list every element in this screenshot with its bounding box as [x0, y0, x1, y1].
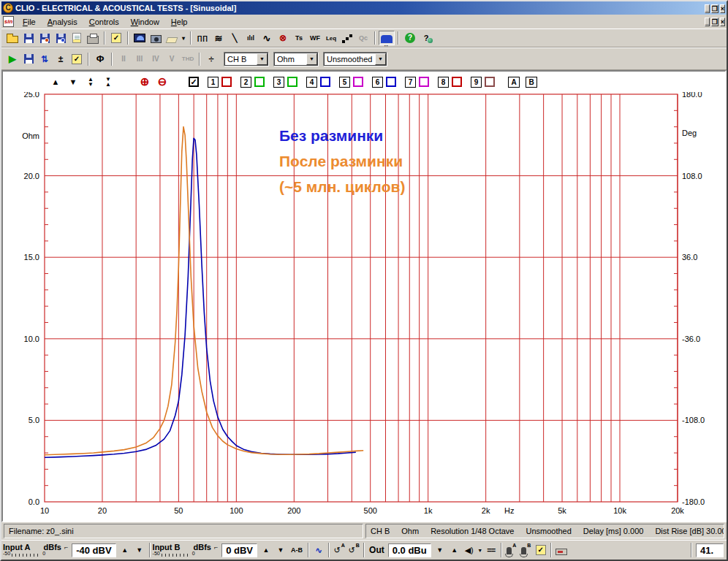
leq-analysis-button[interactable]: Leq: [323, 31, 339, 45]
zoom-in-button[interactable]: ⊕: [137, 75, 152, 88]
output-down-button[interactable]: ▼: [433, 543, 447, 557]
delta-marker-button[interactable]: ±: [53, 52, 69, 66]
output-up-button[interactable]: ▲: [447, 543, 462, 557]
harmonic-5-button[interactable]: V: [164, 52, 180, 66]
go-button[interactable]: ▶: [4, 52, 20, 66]
units-dropdown-arrow-icon[interactable]: ▼: [306, 53, 317, 65]
stop-sweep-button[interactable]: ⊗: [275, 31, 291, 45]
menu-controls[interactable]: Controls: [83, 16, 125, 28]
thiele-small-button[interactable]: Ts: [291, 31, 307, 45]
units-dropdown[interactable]: Ohm ▼: [273, 52, 319, 66]
clio-app-icon[interactable]: C: [3, 3, 13, 13]
help-button[interactable]: ?: [402, 31, 418, 45]
decay-analysis-button[interactable]: ╲: [227, 31, 243, 45]
curve-1-color-checkbox[interactable]: [221, 77, 232, 87]
memory-b-button[interactable]: B: [526, 77, 537, 88]
curve-9-button[interactable]: 9: [471, 77, 482, 88]
input-a-down-button[interactable]: ▼: [132, 543, 147, 557]
window-minimize-button[interactable]: _: [705, 4, 710, 13]
save-button[interactable]: [20, 31, 37, 45]
menu-file[interactable]: File: [17, 16, 42, 28]
autostore-button[interactable]: [20, 52, 37, 66]
loop-b-icon[interactable]: ↺B: [346, 543, 361, 557]
curve-2-button[interactable]: 2: [240, 77, 251, 88]
phase-button[interactable]: Φ: [92, 52, 108, 66]
speaker-icon[interactable]: ◀): [462, 543, 477, 557]
harmonic-4-button[interactable]: IV: [148, 52, 164, 66]
menu-help[interactable]: Help: [165, 16, 194, 28]
hardware-settings-icon[interactable]: ✓: [534, 543, 548, 557]
curve-9-color-checkbox[interactable]: [485, 77, 495, 87]
curve-7-button[interactable]: 7: [405, 77, 416, 88]
shift-down-button[interactable]: ▼: [66, 75, 80, 88]
divide-button[interactable]: ÷: [203, 52, 219, 66]
menu-analysis[interactable]: Analysis: [42, 16, 83, 28]
curve-1-button[interactable]: 1: [208, 77, 219, 88]
memory-a-button[interactable]: A: [508, 77, 520, 88]
harmonic-3-button[interactable]: III: [132, 52, 148, 66]
input-ab-mode-button[interactable]: A-B: [291, 546, 303, 554]
save-as-button[interactable]: [37, 31, 53, 45]
menu-window[interactable]: Window: [125, 16, 165, 28]
thd-button[interactable]: THD: [180, 52, 196, 66]
curve-4-button[interactable]: 4: [306, 77, 317, 88]
print-button[interactable]: [85, 31, 101, 45]
smoothing-dropdown-arrow-icon[interactable]: ▼: [375, 53, 386, 65]
compress-scale-button[interactable]: ▼▲: [101, 75, 115, 88]
linearity-distortion-button[interactable]: [339, 31, 355, 45]
curve-6-color-checkbox[interactable]: [386, 77, 396, 87]
input-b-down-button[interactable]: ▼: [273, 543, 288, 557]
context-help-button[interactable]: ?: [418, 31, 434, 45]
waterfall-directivity-button[interactable]: WF: [307, 31, 323, 45]
graph-settings-button[interactable]: ✓: [69, 52, 85, 66]
erase-dropdown-button[interactable]: ▾: [180, 31, 187, 45]
erase-overlays-button[interactable]: [164, 31, 180, 45]
curve-8-button[interactable]: 8: [438, 77, 449, 88]
waterfall-analysis-button[interactable]: ≋: [211, 31, 227, 45]
child-minimize-button[interactable]: _: [705, 18, 710, 26]
input-b-up-button[interactable]: ▲: [259, 543, 273, 557]
movie-button[interactable]: [132, 31, 148, 45]
shift-up-button[interactable]: ▲: [48, 75, 63, 88]
options-button[interactable]: ✓: [108, 31, 124, 45]
harmonic-2-button[interactable]: II: [115, 52, 132, 66]
sinusoidal-analysis-button[interactable]: ∿: [259, 31, 275, 45]
loop-a-icon[interactable]: ↺A: [332, 543, 346, 557]
curve-2-color-checkbox[interactable]: [254, 77, 265, 87]
curve-5-color-checkbox[interactable]: [353, 77, 363, 87]
curve-4-color-checkbox[interactable]: [320, 77, 330, 87]
input-a-up-button[interactable]: ▲: [118, 543, 132, 557]
channel-dropdown-arrow-icon[interactable]: ▼: [257, 53, 268, 65]
export-graphics-button[interactable]: [53, 31, 69, 45]
curve-7-color-checkbox[interactable]: [419, 77, 429, 87]
child-close-button[interactable]: ×: [720, 18, 725, 26]
zoom-out-button[interactable]: ⊖: [155, 75, 170, 88]
curve-8-color-checkbox[interactable]: [452, 77, 462, 87]
window-close-button[interactable]: ×: [720, 4, 725, 13]
vertical-scale-button[interactable]: ⇅: [37, 52, 53, 66]
quality-control-button[interactable]: Qc: [355, 31, 371, 45]
fft-analysis-button[interactable]: ılıl: [243, 31, 259, 45]
window-restore-button[interactable]: ❐: [711, 4, 718, 13]
notes-button[interactable]: [69, 31, 85, 45]
curve-6-button[interactable]: 6: [372, 77, 383, 88]
expand-scale-button[interactable]: ▲▼: [83, 75, 98, 88]
autoscale-window-button[interactable]: [379, 31, 395, 45]
curve-3-button[interactable]: 3: [273, 77, 284, 88]
autorange-icon[interactable]: ∿: [311, 543, 326, 557]
smoothing-dropdown[interactable]: Unsmoothed ▼: [323, 52, 387, 66]
open-button[interactable]: [4, 31, 20, 45]
mic-b-icon[interactable]: B: [519, 543, 534, 557]
mic-a-icon[interactable]: A: [504, 543, 519, 557]
channel-dropdown[interactable]: CH B ▼: [224, 52, 269, 66]
active-curve-checkbox[interactable]: ✓: [189, 77, 199, 87]
mls-analysis-icon: ∏∏: [197, 34, 208, 42]
output-dropdown-arrow-icon[interactable]: ▼: [477, 543, 484, 557]
dc-coupling-icon[interactable]: ==: [484, 543, 498, 557]
curve-5-button[interactable]: 5: [339, 77, 350, 88]
curve-3-color-checkbox[interactable]: [287, 77, 297, 87]
child-restore-button[interactable]: ❐: [711, 18, 718, 26]
mls-analysis-button[interactable]: ∏∏: [194, 31, 211, 45]
snapshot-button[interactable]: [148, 31, 164, 45]
sinusoidal-window-icon[interactable]: sin: [3, 16, 14, 27]
